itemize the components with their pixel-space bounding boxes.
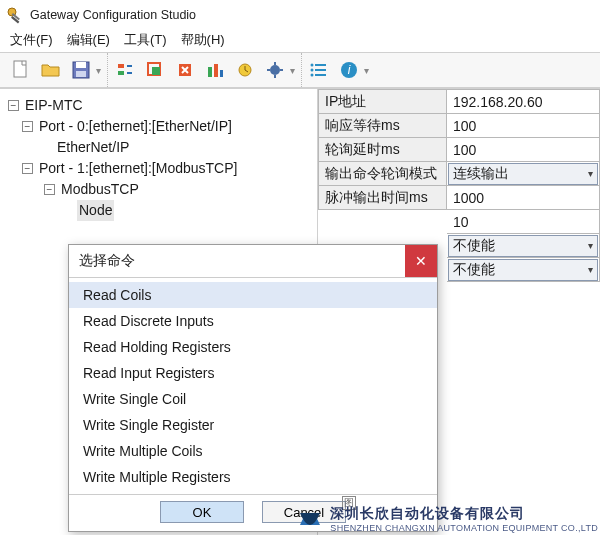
select-command-dialog: 选择命令 ✕ Read CoilsRead Discrete InputsRea…: [68, 244, 438, 532]
watermark-en: SHENZHEN CHANGXIN AUTOMATION EQUIPMENT C…: [330, 523, 598, 533]
app-icon: [6, 6, 24, 24]
settings-icon[interactable]: [264, 59, 286, 81]
prop-value[interactable]: 100: [447, 114, 600, 138]
info-icon[interactable]: i: [338, 59, 360, 81]
toolbar-group-ops: ▾: [108, 53, 302, 87]
open-file-icon[interactable]: [40, 59, 62, 81]
prop-row: 脉冲输出时间ms1000: [319, 186, 600, 210]
ok-button[interactable]: OK: [160, 501, 244, 523]
tool-icon-4[interactable]: [204, 59, 226, 81]
prop-value[interactable]: 10: [447, 210, 600, 234]
save-file-icon[interactable]: [70, 59, 92, 81]
svg-point-26: [311, 74, 314, 77]
svg-point-25: [311, 69, 314, 72]
prop-key: 脉冲输出时间ms: [319, 186, 447, 210]
chevron-down-icon: ▾: [588, 240, 593, 251]
combo-box[interactable]: 连续输出▾: [448, 163, 598, 185]
prop-value[interactable]: 192.168.20.60: [447, 90, 600, 114]
watermark-text: 深圳长欣自动化设备有限公司 SHENZHEN CHANGXIN AUTOMATI…: [330, 505, 598, 533]
tree-port0-child[interactable]: EtherNet/IP: [44, 137, 313, 158]
dialog-title: 选择命令: [79, 252, 135, 270]
app-title: Gateway Configuration Studio: [30, 8, 196, 22]
chevron-down-icon: ▾: [588, 168, 593, 179]
prop-row: 轮询延时ms100: [319, 138, 600, 162]
tree-port0[interactable]: −Port - 0:[ethernet]:[EtherNet/IP]: [22, 116, 313, 137]
tool-icon-2[interactable]: [144, 59, 166, 81]
svg-point-24: [311, 64, 314, 67]
prop-value[interactable]: 不使能▾: [447, 258, 600, 282]
watermark-cn: 深圳长欣自动化设备有限公司: [330, 505, 598, 523]
command-list[interactable]: Read CoilsRead Discrete InputsRead Holdi…: [69, 277, 437, 495]
svg-rect-8: [118, 71, 124, 75]
menu-bar: 文件(F) 编辑(E) 工具(T) 帮助(H): [0, 28, 600, 52]
prop-key: 轮询延时ms: [319, 138, 447, 162]
chevron-down-icon: ▾: [588, 264, 593, 275]
command-item[interactable]: Write Multiple Coils: [69, 438, 437, 464]
prop-key: 响应等待ms: [319, 114, 447, 138]
tree-root[interactable]: −EIP-MTC: [8, 95, 313, 116]
tree-port1-child-label: ModbusTCP: [59, 179, 141, 200]
command-item[interactable]: Read Holding Registers: [69, 334, 437, 360]
menu-help[interactable]: 帮助(H): [181, 31, 225, 49]
toolbar-group-info: i▾: [302, 53, 375, 87]
title-bar: Gateway Configuration Studio: [0, 0, 600, 28]
tree-node-label: Node: [77, 200, 114, 221]
prop-value[interactable]: 100: [447, 138, 600, 162]
command-item[interactable]: Read Discrete Inputs: [69, 308, 437, 334]
new-file-icon[interactable]: [10, 59, 32, 81]
toolbar-group-file: ▾: [4, 53, 108, 87]
command-item[interactable]: Read Input Registers: [69, 360, 437, 386]
list-icon[interactable]: [308, 59, 330, 81]
svg-text:i: i: [348, 63, 351, 77]
dialog-titlebar: 选择命令 ✕: [69, 245, 437, 277]
tool-icon-1[interactable]: [114, 59, 136, 81]
tree-root-label: EIP-MTC: [23, 95, 85, 116]
close-icon[interactable]: ✕: [405, 245, 437, 277]
svg-rect-13: [214, 64, 218, 77]
prop-row: 10: [319, 210, 600, 234]
command-item[interactable]: Write Single Register: [69, 412, 437, 438]
svg-rect-10: [152, 67, 160, 75]
prop-row: IP地址192.168.20.60: [319, 90, 600, 114]
command-item[interactable]: Read Coils: [69, 282, 437, 308]
prop-value[interactable]: 1000: [447, 186, 600, 210]
toolbar: ▾ ▾ i▾: [0, 52, 600, 88]
combo-box[interactable]: 不使能▾: [448, 235, 598, 257]
tool-icon-5[interactable]: [234, 59, 256, 81]
collapse-icon[interactable]: −: [8, 100, 19, 111]
watermark: 深圳长欣自动化设备有限公司 SHENZHEN CHANGXIN AUTOMATI…: [296, 505, 598, 533]
prop-key: IP地址: [319, 90, 447, 114]
prop-value[interactable]: 不使能▾: [447, 234, 600, 258]
tree-port1-label: Port - 1:[ethernet]:[ModbusTCP]: [37, 158, 239, 179]
collapse-icon[interactable]: −: [44, 184, 55, 195]
prop-key: 输出命令轮询模式: [319, 162, 447, 186]
tree-port1[interactable]: −Port - 1:[ethernet]:[ModbusTCP]: [22, 158, 313, 179]
menu-edit[interactable]: 编辑(E): [67, 31, 110, 49]
svg-rect-3: [14, 61, 26, 77]
svg-rect-6: [76, 71, 86, 77]
svg-rect-12: [208, 67, 212, 77]
collapse-icon[interactable]: −: [22, 163, 33, 174]
tree-port0-label: Port - 0:[ethernet]:[EtherNet/IP]: [37, 116, 234, 137]
svg-rect-7: [118, 64, 124, 68]
command-item[interactable]: Write Single Coil: [69, 386, 437, 412]
collapse-icon[interactable]: −: [22, 121, 33, 132]
watermark-logo-icon: [296, 505, 324, 533]
combo-box[interactable]: 不使能▾: [448, 259, 598, 281]
command-item[interactable]: Write Multiple Registers: [69, 464, 437, 490]
tree-port1-child[interactable]: −ModbusTCP: [44, 179, 313, 200]
svg-point-16: [270, 65, 280, 75]
tool-icon-3[interactable]: [174, 59, 196, 81]
tree-node[interactable]: Node: [66, 200, 313, 221]
prop-value[interactable]: 连续输出▾: [447, 162, 600, 186]
menu-tools[interactable]: 工具(T): [124, 31, 167, 49]
prop-row: 响应等待ms100: [319, 114, 600, 138]
svg-rect-14: [220, 70, 223, 77]
svg-rect-5: [76, 62, 86, 68]
tree-port0-child-label: EtherNet/IP: [55, 137, 131, 158]
prop-row: 输出命令轮询模式连续输出▾: [319, 162, 600, 186]
menu-file[interactable]: 文件(F): [10, 31, 53, 49]
